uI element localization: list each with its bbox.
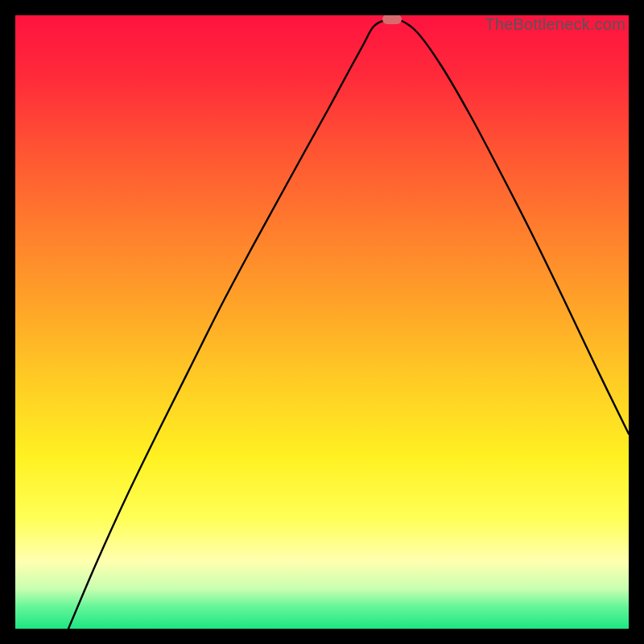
bottleneck-curve [68, 19, 629, 629]
curve-layer [15, 15, 629, 629]
plot-area: TheBottleneck.com [15, 15, 629, 629]
optimal-marker [382, 15, 402, 24]
chart-frame: TheBottleneck.com [0, 0, 644, 644]
